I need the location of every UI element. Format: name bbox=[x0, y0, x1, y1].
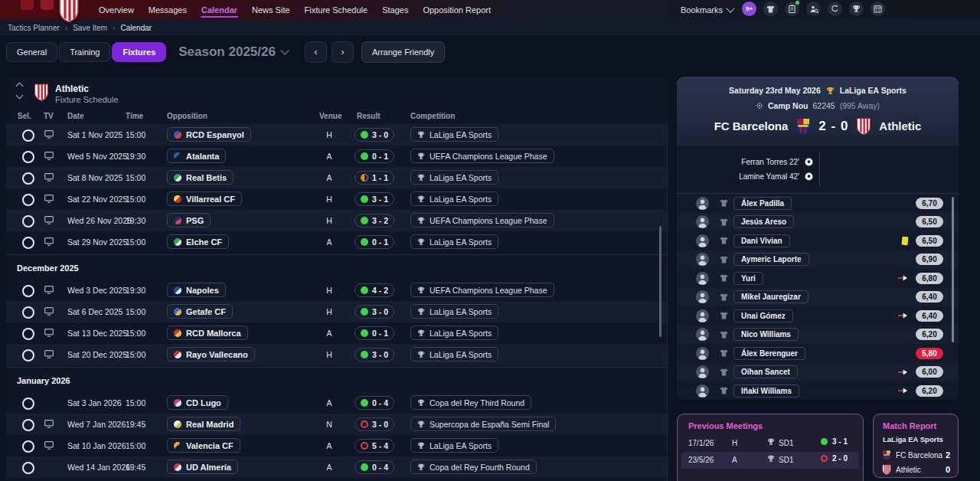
competition-link[interactable]: LaLiga EA Sports bbox=[410, 234, 498, 249]
result-badge[interactable]: 3 - 0 bbox=[354, 348, 394, 362]
competition-link[interactable]: Copa del Rey Third Round bbox=[410, 395, 531, 410]
selection-radio[interactable] bbox=[22, 306, 34, 319]
competition-link[interactable]: LaLiga EA Sports bbox=[410, 347, 498, 362]
opposition-link[interactable]: Villarreal CF bbox=[167, 191, 242, 206]
selection-radio[interactable] bbox=[22, 151, 34, 163]
result-badge[interactable]: 5 - 4 bbox=[354, 439, 394, 453]
col-competition[interactable]: Competition bbox=[410, 112, 455, 120]
match-competition[interactable]: LaLiga EA Sports bbox=[840, 86, 906, 95]
result-badge[interactable]: 3 - 2 bbox=[354, 214, 394, 227]
nav-item-opposition-report[interactable]: Opposition Report bbox=[422, 2, 492, 18]
result-badge[interactable]: 3 - 0 bbox=[354, 305, 394, 319]
result-badge[interactable]: 0 - 4 bbox=[354, 460, 394, 474]
fixture-row[interactable]: Sat 20 Dec 2025 15:00 Rayo Vallecano H 3… bbox=[6, 344, 668, 365]
competition-link[interactable]: LaLiga EA Sports bbox=[410, 191, 498, 206]
player-name[interactable]: Iñaki Williams bbox=[733, 384, 799, 398]
opposition-link[interactable]: Atalanta bbox=[167, 149, 226, 163]
result-badge[interactable]: 3 - 0 bbox=[354, 128, 394, 142]
squad-button[interactable] bbox=[763, 2, 778, 16]
competition-link[interactable]: Supercopa de España Semi Final bbox=[410, 417, 556, 431]
fixture-row[interactable]: Wed 26 Nov 2025 19:30 PSG H 3 - 2 UEFA C… bbox=[6, 210, 668, 231]
competition-link[interactable]: LaLiga EA Sports bbox=[410, 438, 498, 453]
player-rating-row[interactable]: Aymeric Laporte 6,90 bbox=[677, 250, 959, 270]
opposition-link[interactable]: Getafe CF bbox=[167, 304, 233, 319]
col-result[interactable]: Result bbox=[357, 112, 381, 120]
opposition-link[interactable]: Elche CF bbox=[167, 234, 229, 249]
col-sel[interactable]: Sel. bbox=[18, 112, 31, 120]
selection-radio[interactable] bbox=[22, 215, 34, 227]
result-badge[interactable]: 4 - 2 bbox=[354, 283, 394, 297]
opposition-link[interactable]: Valencia CF bbox=[167, 438, 240, 453]
notifications-button[interactable]: 9+ bbox=[742, 2, 756, 16]
fixture-row[interactable]: Sat 22 Nov 2025 15:00 Villarreal CF H 3 … bbox=[6, 188, 668, 210]
season-selector[interactable]: Season 2025/26 bbox=[178, 44, 288, 60]
opposition-link[interactable]: Rayo Vallecano bbox=[167, 347, 255, 362]
col-date[interactable]: Date bbox=[67, 112, 84, 120]
fixture-row[interactable]: Sat 13 Dec 2025 15:00 RCD Mallorca A 0 -… bbox=[6, 322, 668, 344]
app-menu-button-2[interactable] bbox=[41, 0, 54, 10]
col-time[interactable]: Time bbox=[126, 112, 143, 120]
result-badge[interactable]: 3 - 1 bbox=[354, 192, 394, 206]
table-scrollbar[interactable] bbox=[659, 226, 662, 337]
opposition-link[interactable]: Real Betis bbox=[167, 170, 234, 185]
scouting-button[interactable] bbox=[806, 2, 821, 16]
competition-link[interactable]: Copa del Rey Fourth Round bbox=[410, 460, 537, 474]
app-menu-button[interactable] bbox=[21, 0, 34, 10]
nav-item-stages[interactable]: Stages bbox=[381, 2, 409, 18]
previous-season-button[interactable]: ‹ bbox=[305, 41, 327, 63]
competition-link[interactable]: UEFA Champions League Phase bbox=[410, 149, 554, 163]
player-rating-row[interactable]: Nico Williams 6,20 bbox=[677, 326, 959, 345]
player-name[interactable]: Álex Berenguer bbox=[733, 347, 805, 360]
result-badge[interactable]: 3 - 0 bbox=[354, 417, 394, 431]
competitions-button[interactable] bbox=[849, 2, 864, 16]
result-badge[interactable]: 0 - 1 bbox=[354, 326, 394, 340]
player-name[interactable]: Álex Padilla bbox=[733, 197, 792, 210]
player-name[interactable]: Jesús Areso bbox=[733, 215, 794, 228]
opposition-link[interactable]: PSG bbox=[167, 213, 211, 227]
opposition-link[interactable]: RCD Mallorca bbox=[167, 326, 248, 340]
competition-link[interactable]: LaLiga EA Sports bbox=[410, 127, 498, 142]
breadcrumb-tactics-planner[interactable]: Tactics Planner bbox=[8, 24, 60, 32]
player-rating-row[interactable]: Álex Berenguer 5,80 bbox=[677, 344, 959, 363]
nav-item-news-site[interactable]: News Site bbox=[251, 2, 291, 18]
nav-item-fixture-schedule[interactable]: Fixture Schedule bbox=[304, 2, 369, 18]
reports-button[interactable] bbox=[785, 2, 799, 16]
nav-item-overview[interactable]: Overview bbox=[98, 2, 135, 18]
player-rating-row[interactable]: Álex Padilla 6,70 bbox=[677, 194, 959, 213]
selection-radio[interactable] bbox=[22, 172, 34, 185]
player-name[interactable]: Dani Vivian bbox=[733, 234, 790, 247]
collapse-up-icon[interactable] bbox=[16, 83, 24, 90]
ratings-scrollbar[interactable] bbox=[952, 197, 954, 342]
selection-radio[interactable] bbox=[22, 328, 34, 340]
selection-radio[interactable] bbox=[22, 440, 34, 453]
competition-link[interactable]: UEFA Champions League Phase bbox=[410, 283, 554, 297]
fixture-row[interactable]: Sat 10 Jan 2026 15:00 Valencia CF A 5 - … bbox=[6, 435, 668, 456]
col-opposition[interactable]: Opposition bbox=[167, 112, 207, 120]
player-name[interactable]: Unai Gómez bbox=[733, 309, 793, 322]
breadcrumb-save-item[interactable]: Save Item bbox=[73, 24, 107, 32]
away-team-name[interactable]: Athletic bbox=[879, 119, 921, 133]
match-report-panel[interactable]: Match Report LaLiga EA Sports FC Barcelo… bbox=[873, 414, 959, 478]
selection-radio[interactable] bbox=[22, 285, 34, 297]
col-venue[interactable]: Venue bbox=[319, 112, 341, 120]
player-name[interactable]: Nico Williams bbox=[733, 328, 799, 341]
player-rating-row[interactable]: Jesús Areso 6,50 bbox=[677, 213, 959, 232]
player-name[interactable]: Oihan Sancet bbox=[733, 365, 798, 378]
opposition-link[interactable]: Napoles bbox=[167, 283, 226, 297]
player-rating-row[interactable]: Dani Vivian 6,50 bbox=[677, 231, 959, 250]
fixture-row[interactable]: Wed 3 Dec 2025 19:30 Napoles H 4 - 2 UEF… bbox=[6, 280, 668, 301]
result-badge[interactable]: 0 - 1 bbox=[354, 149, 394, 163]
selection-radio[interactable] bbox=[22, 129, 34, 142]
player-name[interactable]: Aymeric Laporte bbox=[733, 253, 809, 266]
opposition-link[interactable]: UD Almería bbox=[167, 460, 238, 474]
breadcrumb-calendar[interactable]: Calendar bbox=[121, 24, 152, 32]
competition-link[interactable]: LaLiga EA Sports bbox=[410, 326, 498, 340]
match-venue[interactable]: Camp Nou bbox=[768, 101, 808, 110]
tab-training[interactable]: Training bbox=[59, 42, 110, 62]
col-tv[interactable]: TV bbox=[44, 112, 54, 120]
fixture-row[interactable]: Wed 14 Jan 2026 19:45 UD Almería A 0 - 4… bbox=[6, 456, 668, 478]
fixture-row[interactable]: Sat 6 Dec 2025 15:00 Getafe CF H 3 - 0 L… bbox=[6, 301, 668, 322]
previous-meeting-row[interactable]: 17/1/26 H SD1 3 - 1 bbox=[681, 435, 859, 452]
calendar-button[interactable] bbox=[871, 2, 885, 16]
selection-radio[interactable] bbox=[22, 237, 34, 249]
